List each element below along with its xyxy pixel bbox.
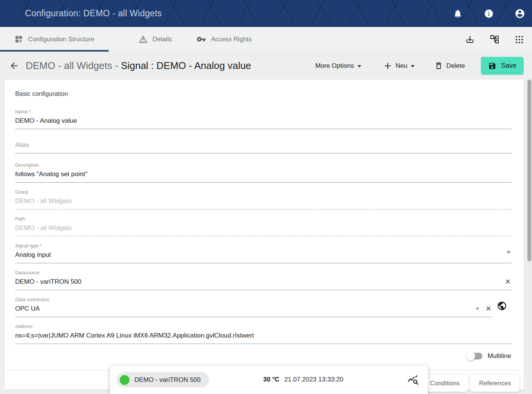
signal-type-field: Signal type * Analog input bbox=[15, 243, 512, 263]
query-stats-icon[interactable] bbox=[407, 374, 419, 386]
device-reading: 30 °C 21.07.2023 13:33:20 bbox=[263, 376, 343, 383]
datasource-field-label: Datasource bbox=[15, 270, 512, 275]
title-actions: More Options Neu Delete Save bbox=[315, 52, 524, 80]
datasource-field: Datasource DEMO - variTRON 500 ✕ bbox=[15, 270, 512, 290]
signal-type-select[interactable]: Analog input bbox=[15, 251, 512, 259]
page-title: DEMO - all Widgets - Signal : DEMO - Ana… bbox=[26, 60, 251, 72]
clear-x-icon[interactable]: ✕ bbox=[485, 305, 491, 312]
tab-configuration-structure[interactable]: Configuration Structure bbox=[0, 27, 109, 52]
save-floppy-icon bbox=[488, 62, 496, 70]
alias-input[interactable]: Alias bbox=[15, 141, 512, 149]
chevron-down-icon bbox=[357, 65, 361, 67]
chevron-down-icon bbox=[411, 65, 415, 67]
save-button[interactable]: Save bbox=[481, 57, 524, 75]
device-status-popup: DEMO - variTRON 500 30 °C 21.07.2023 13:… bbox=[110, 366, 428, 394]
info-icon[interactable] bbox=[484, 8, 494, 19]
bell-icon[interactable] bbox=[452, 8, 463, 19]
device-status-chip[interactable]: DEMO - variTRON 500 bbox=[117, 372, 209, 388]
tab-label: Details bbox=[153, 36, 172, 43]
tab-bar-actions bbox=[465, 27, 524, 52]
description-field: Description follows "Analog set point" bbox=[15, 163, 512, 183]
signal-type-field-label: Signal type * bbox=[15, 243, 512, 249]
group-field: Group DEMO - all Widgets bbox=[15, 189, 512, 210]
clear-x-icon[interactable]: ✕ bbox=[505, 278, 511, 285]
new-button-label: Neu bbox=[396, 62, 407, 70]
address-input[interactable]: ns=4;s=|var|JUMO ARM Cortex A9 Linux iMX… bbox=[15, 332, 512, 339]
datasource-select[interactable]: DEMO - variTRON 500 bbox=[15, 278, 512, 286]
temperature-value: 30 °C bbox=[263, 376, 279, 383]
tab-details[interactable]: Details bbox=[131, 27, 180, 52]
tab-label: Access Rights bbox=[211, 36, 252, 43]
data-connection-select[interactable]: OPC UA bbox=[15, 305, 492, 313]
description-input[interactable]: follows "Analog set point" bbox=[15, 170, 512, 178]
key-icon bbox=[197, 34, 206, 44]
title-row: DEMO - all Widgets - Signal : DEMO - Ana… bbox=[0, 52, 532, 80]
tab-access-rights[interactable]: Access Rights bbox=[196, 27, 253, 52]
more-options-label: More Options bbox=[315, 62, 354, 70]
name-input[interactable]: DEMO - Analog value bbox=[15, 117, 512, 125]
multiline-row: Multiline bbox=[467, 352, 511, 360]
app-header-actions bbox=[452, 0, 525, 27]
breadcrumb-prefix: DEMO - all Widgets - bbox=[26, 60, 121, 71]
path-field-label: Path bbox=[15, 216, 512, 222]
section-title: Basic configuration bbox=[15, 90, 68, 97]
multiline-toggle[interactable] bbox=[467, 353, 482, 360]
warning-triangle-icon bbox=[139, 35, 148, 44]
back-arrow-icon[interactable] bbox=[8, 60, 20, 72]
address-field: Address ns=4;s=|var|JUMO ARM Cortex A9 L… bbox=[15, 324, 512, 344]
more-options-button[interactable]: More Options bbox=[315, 62, 361, 70]
multiline-label: Multiline bbox=[488, 352, 511, 360]
download-icon[interactable] bbox=[465, 34, 475, 45]
breadcrumb-current: Signal : DEMO - Analog value bbox=[121, 60, 251, 71]
conditions-button[interactable]: Conditions bbox=[422, 374, 468, 392]
globe-icon[interactable] bbox=[497, 301, 507, 311]
new-button[interactable]: Neu bbox=[383, 61, 415, 70]
data-connection-field: Data connection OPC UA ✕ bbox=[15, 297, 492, 317]
address-field-label: Address bbox=[15, 324, 512, 329]
vertical-scrollbar[interactable] bbox=[527, 80, 532, 394]
dashboard-customize-icon bbox=[14, 35, 23, 44]
device-name: DEMO - variTRON 500 bbox=[134, 376, 201, 384]
references-button[interactable]: References bbox=[471, 374, 520, 392]
delete-button[interactable]: Delete bbox=[434, 61, 465, 70]
save-button-label: Save bbox=[501, 62, 516, 70]
apps-grid-icon[interactable] bbox=[514, 34, 524, 45]
data-connection-field-label: Data connection bbox=[15, 297, 492, 302]
dropdown-caret-icon[interactable] bbox=[476, 308, 479, 310]
app-header: Configuration: DEMO - all Widgets bbox=[0, 0, 532, 27]
path-field: Path DEMO - all Widgets bbox=[15, 216, 512, 236]
plus-icon bbox=[383, 61, 392, 70]
delete-button-label: Delete bbox=[446, 62, 465, 70]
name-field-label: Name * bbox=[15, 109, 512, 114]
status-dot bbox=[120, 375, 129, 385]
path-input: DEMO - all Widgets bbox=[15, 224, 512, 232]
trash-icon bbox=[434, 61, 443, 70]
reading-timestamp: 21.07.2023 13:33:20 bbox=[284, 376, 343, 383]
account-icon[interactable] bbox=[515, 8, 525, 19]
dropdown-caret-icon[interactable] bbox=[506, 251, 511, 254]
configuration-form-card: Basic configuration Name * DEMO - Analog… bbox=[5, 80, 524, 389]
scrollbar-thumb[interactable] bbox=[527, 80, 531, 261]
group-input: DEMO - all Widgets bbox=[15, 197, 512, 205]
tab-bar: Configuration Structure Details Access R… bbox=[0, 27, 532, 52]
tab-label: Configuration Structure bbox=[28, 36, 94, 43]
description-field-label: Description bbox=[15, 163, 512, 168]
group-field-label: Group bbox=[15, 189, 512, 195]
app-title: Configuration: DEMO - all Widgets bbox=[25, 8, 162, 19]
toggle-knob bbox=[466, 352, 475, 361]
hierarchy-icon[interactable] bbox=[489, 34, 500, 45]
name-field: Name * DEMO - Analog value bbox=[15, 109, 512, 129]
alias-field: Alias bbox=[15, 141, 512, 153]
